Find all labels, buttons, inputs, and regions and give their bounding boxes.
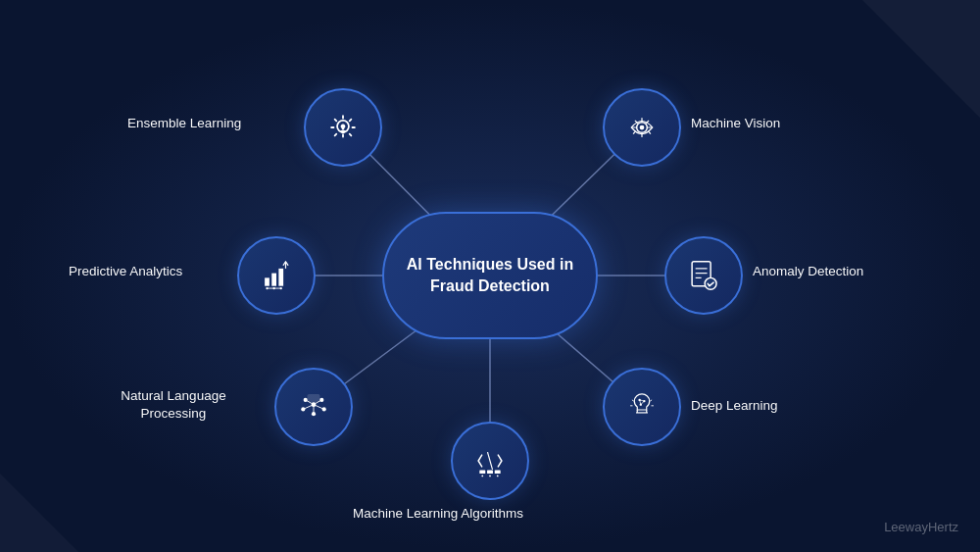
svg-line-34 xyxy=(303,405,314,410)
center-node: AI Techniques Used in Fraud Detection xyxy=(382,212,598,339)
label-predictive-analytics: Predictive Analytics xyxy=(69,263,182,280)
svg-rect-12 xyxy=(265,277,270,285)
label-ml-algorithms: Machine Learning Algorithms xyxy=(353,505,523,523)
diagram-container: AI Techniques Used in Fraud Detection En… xyxy=(0,0,980,552)
watermark: LeewayHertz xyxy=(884,520,958,534)
node-ensemble-learning xyxy=(304,88,382,167)
chart-analytics-icon xyxy=(258,257,295,294)
svg-point-56 xyxy=(497,476,499,477)
node-predictive-analytics xyxy=(237,236,316,315)
node-deep-learning xyxy=(603,368,681,446)
svg-line-44 xyxy=(641,401,645,405)
svg-line-46 xyxy=(632,400,634,401)
svg-point-54 xyxy=(481,476,483,477)
center-node-title: AI Techniques Used in Fraud Detection xyxy=(384,254,596,298)
code-server-icon xyxy=(471,442,509,479)
svg-rect-52 xyxy=(487,471,493,475)
svg-rect-13 xyxy=(271,274,276,286)
svg-line-35 xyxy=(314,405,324,410)
svg-point-55 xyxy=(489,476,491,477)
document-check-icon xyxy=(685,257,722,294)
chat-network-icon xyxy=(295,388,332,426)
svg-line-50 xyxy=(488,453,493,470)
label-ensemble-learning: Ensemble Learning xyxy=(127,115,241,132)
label-nlp: Natural Language Processing xyxy=(110,387,237,423)
label-deep-learning: Deep Learning xyxy=(691,397,778,415)
node-nlp xyxy=(274,368,353,446)
svg-rect-9 xyxy=(341,132,345,133)
label-anomaly-detection: Anomaly Detection xyxy=(753,263,863,280)
gear-lightbulb-icon xyxy=(324,109,362,146)
svg-point-11 xyxy=(640,125,645,130)
node-anomaly-detection xyxy=(664,236,743,315)
svg-point-25 xyxy=(705,277,716,289)
node-ml-algorithms xyxy=(451,422,529,500)
label-machine-vision: Machine Vision xyxy=(691,115,780,132)
eye-icon xyxy=(623,109,661,146)
brain-lightbulb-icon xyxy=(623,388,661,426)
svg-rect-53 xyxy=(495,471,501,475)
svg-rect-14 xyxy=(278,269,283,286)
svg-line-47 xyxy=(650,400,652,401)
svg-rect-8 xyxy=(341,130,346,131)
node-machine-vision xyxy=(603,88,681,167)
svg-rect-51 xyxy=(479,471,485,475)
